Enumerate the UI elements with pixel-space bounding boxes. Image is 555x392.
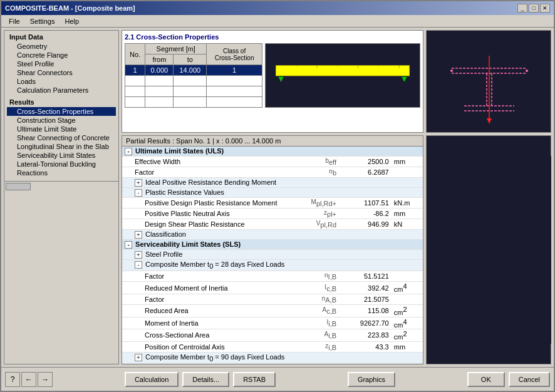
sidebar-item-geometry[interactable]: Geometry: [7, 42, 116, 51]
effective-width-label: Effective Width: [122, 157, 297, 167]
factor-nab-symbol: nA,B: [297, 294, 339, 304]
graphics-button[interactable]: Graphics: [348, 372, 395, 387]
plastic-resistance-header-row: - Plastic Resistance Values: [122, 188, 423, 198]
forward-icon-button[interactable]: →: [38, 372, 53, 387]
plastic-expand-icon[interactable]: -: [135, 189, 142, 197]
reduced-area-unit: cm2: [392, 304, 423, 317]
window-title: COMPOSITE-BEAM - [Composite beam]: [5, 4, 135, 12]
mpl-rd-row: Positive Design Plastic Resistance Momen…: [122, 198, 423, 209]
factor-nib-row: Factor nI,B 51.5121: [122, 271, 423, 282]
classification-cell: + Classification: [122, 230, 423, 240]
steel-profile-cell: + Steel Profile: [122, 250, 423, 260]
cross-table: No. Segment [m] Class ofCross-Section fr…: [125, 43, 262, 108]
sidebar-item-cross-section[interactable]: Cross-Section Properties: [7, 107, 116, 116]
col-to: to: [174, 54, 207, 65]
menu-settings[interactable]: Settings: [25, 16, 60, 26]
table-row-empty3: [125, 97, 262, 108]
table-row[interactable]: 1 0.000 14.000 1: [125, 65, 262, 76]
top-row: 2.1 Cross-Section Properties No. Segment…: [122, 30, 551, 133]
sidebar-item-long-shear[interactable]: Longitudinal Shear in the Slab: [7, 142, 116, 151]
col-segment: Segment [m]: [145, 44, 207, 54]
factor-nab-value: 21.5075: [339, 294, 392, 304]
cross-section-title: 2.1 Cross-Section Properties: [125, 33, 420, 41]
zpl-row: Positive Plastic Neutral Axis zpl+ -86.2…: [122, 209, 423, 219]
left-scrollbar[interactable]: [4, 181, 118, 191]
factor-nib-label: Factor: [122, 271, 297, 282]
composite-90-cell: + Composite Member t0 = 90 days Fixed Lo…: [122, 352, 423, 363]
composite-90-label: Composite Member t0 = 90 days Fixed Load…: [145, 353, 284, 361]
effective-width-symbol: beff: [297, 157, 339, 167]
uls-header-cell: - Ultimate Limit States (ULS): [122, 147, 423, 157]
bottom-icons: ? ← →: [5, 372, 53, 387]
vpl-rd-row: Design Shear Plastic Resistance Vpl,Rd 9…: [122, 219, 423, 230]
sidebar-item-shear-connectors[interactable]: Shear Connectors: [7, 68, 116, 77]
steel-expand-icon[interactable]: +: [135, 251, 142, 259]
class-expand-icon[interactable]: +: [135, 231, 142, 239]
ideal-expand-icon[interactable]: +: [135, 179, 142, 187]
input-header: Input Data: [7, 32, 116, 42]
svg-point-23: [526, 70, 528, 72]
factor-nab-row: Factor nA,B 21.5075: [122, 294, 423, 304]
sidebar-item-reactions[interactable]: Reactions: [7, 168, 116, 177]
composite-90-row: + Composite Member t0 = 90 days Fixed Lo…: [122, 352, 423, 363]
composite-28-label: Composite Member t0 = 28 days Fixed Load…: [145, 260, 284, 268]
uls-title: Ultimate Limit States (ULS): [135, 147, 224, 155]
centroid-value: 43.3: [339, 341, 392, 352]
sidebar-item-serviceability[interactable]: Serviceability Limit States: [7, 151, 116, 160]
sidebar-item-shear-concrete[interactable]: Shear Connecting of Concrete: [7, 133, 116, 142]
cancel-button[interactable]: Cancel: [509, 372, 550, 387]
uls-expand-icon[interactable]: -: [125, 148, 132, 155]
mpl-rd-unit: kN.m: [392, 198, 423, 209]
composite-90-expand-icon[interactable]: +: [135, 354, 142, 361]
composite-28-expand-icon[interactable]: -: [135, 261, 142, 269]
rstab-button[interactable]: RSTAB: [233, 372, 276, 387]
effective-width-unit: mm: [392, 157, 423, 167]
ideal-bending-cell: + Ideal Positive Resistance Bending Mome…: [122, 178, 423, 188]
vpl-rd-label: Design Shear Plastic Resistance: [122, 219, 297, 230]
back-icon-button[interactable]: ←: [21, 372, 36, 387]
classification-row: + Classification: [122, 230, 423, 240]
menu-help[interactable]: Help: [60, 16, 84, 26]
ok-button[interactable]: OK: [467, 372, 505, 387]
results-section: Results Cross-Section Properties Constru…: [4, 96, 118, 178]
cross-area-row: Cross-Sectional Area Ai,B 223.83 cm2: [122, 329, 423, 342]
minimize-button[interactable]: _: [517, 4, 527, 13]
sidebar-item-loads[interactable]: Loads: [7, 77, 116, 86]
sidebar-item-ultimate[interactable]: Ultimate Limit State: [7, 125, 116, 133]
sidebar-item-steel-profile[interactable]: Steel Profile: [7, 59, 116, 68]
calculation-button[interactable]: Calculation: [125, 372, 179, 387]
ideal-bending-row: + Ideal Positive Resistance Bending Mome…: [122, 178, 423, 188]
cross-area-label: Cross-Sectional Area: [122, 329, 297, 342]
sidebar-item-construction[interactable]: Construction Stage: [7, 116, 116, 125]
centroid-symbol: zi,B: [297, 341, 339, 352]
plastic-resistance-cell: - Plastic Resistance Values: [122, 188, 423, 198]
sls-expand-icon[interactable]: -: [125, 241, 132, 249]
factor-nb-symbol: nb: [297, 167, 339, 178]
main-content: Input Data Geometry Concrete Flange Stee…: [1, 28, 554, 367]
sidebar-item-lateral[interactable]: Lateral-Torsional Buckling: [7, 160, 116, 168]
close-button[interactable]: ✕: [540, 4, 550, 13]
col-no: No.: [125, 44, 145, 65]
reduced-inertia-symbol: Ic,B: [297, 282, 339, 294]
details-button[interactable]: Details...: [182, 372, 229, 387]
results-content[interactable]: - Ultimate Limit States (ULS) Effective …: [122, 147, 423, 364]
row-no: 1: [125, 65, 145, 76]
moment-inertia-value: 92627.70: [339, 317, 392, 329]
row-to: 14.000: [174, 65, 207, 76]
reduced-inertia-row: Reduced Moment of Inertia Ic,B 392.42 cm…: [122, 282, 423, 294]
sls-header-row: - Serviceability Limit States (SLS): [122, 240, 423, 250]
cross-section-panel: 2.1 Cross-Section Properties No. Segment…: [122, 30, 423, 133]
sidebar-item-concrete-flange[interactable]: Concrete Flange: [7, 51, 116, 59]
ideal-bending-label: Ideal Positive Resistance Bending Moment: [145, 178, 276, 186]
maximize-button[interactable]: □: [529, 4, 539, 13]
centroid-unit: mm: [392, 341, 423, 352]
sidebar-item-calc-params[interactable]: Calculation Parameters: [7, 86, 116, 95]
menu-bar: File Settings Help: [1, 15, 554, 28]
input-section: Input Data Geometry Concrete Flange Stee…: [4, 31, 118, 96]
help-icon-button[interactable]: ?: [5, 372, 20, 387]
classification-label: Classification: [145, 230, 186, 238]
row-from: 0.000: [145, 65, 174, 76]
zpl-symbol: zpl+: [297, 209, 339, 219]
moment-inertia-symbol: Ii,B: [297, 317, 339, 329]
menu-file[interactable]: File: [4, 16, 25, 26]
